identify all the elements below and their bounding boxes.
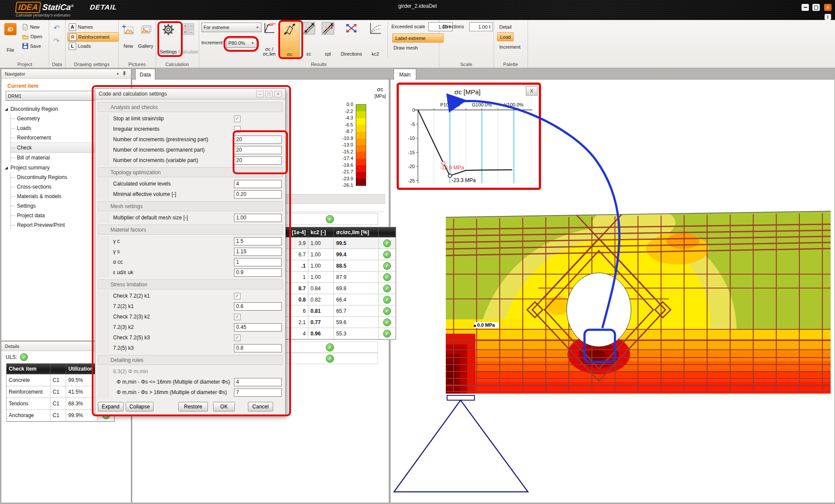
dialog-row: Number of increments (variable part)20 [98,155,283,166]
setting-control: 1 [234,258,283,266]
settings-button[interactable]: Settings [159,22,177,55]
draw-mesh-toggle[interactable]: Draw mesh [394,45,418,50]
legend-tick-value: -15.2 [336,149,353,154]
increment-select[interactable]: P80.0%▼ [226,38,257,48]
palette-increment-button[interactable]: Increment [498,43,522,51]
ok-button[interactable]: OK [213,402,235,411]
info-button[interactable]: i [825,14,831,20]
setting-input[interactable]: 0.20 [234,190,282,199]
collapse-button[interactable]: Collapse [126,402,154,411]
sigma-ratio-button[interactable]: σlim σc /σc,lim [260,21,279,57]
setting-label: Irregular increments [109,126,234,132]
tab-main[interactable]: Main [394,69,416,80]
tab-data[interactable]: Data [135,69,155,80]
save-button[interactable]: Save [21,42,42,50]
new-button[interactable]: New [21,23,41,31]
setting-input[interactable]: 0.9 [234,269,282,277]
cancel-button[interactable]: Cancel [248,402,273,411]
result-cell-ratio: 99.5 [334,238,379,249]
loads-toggle[interactable]: LLoads [67,42,118,50]
checkbox[interactable]: ✓ [234,293,240,299]
details-cell-case: C1 [50,375,66,386]
checkbox[interactable]: ✓ [234,116,240,122]
kc2-button[interactable]: kc2 [366,21,385,57]
setting-input[interactable]: 1.00 [234,214,282,222]
tree-expanded-icon: ◢ [5,166,8,170]
dialog-row: 8.3(2) Φ m,min [98,366,283,377]
calculate-button[interactable]: Calculate [179,22,197,55]
maximize-button[interactable] [812,4,820,11]
undo-button[interactable]: ↶ [52,23,61,32]
setting-input[interactable]: 4 [234,180,282,188]
setting-input[interactable]: 0.45 [234,323,282,332]
ribbon-group-project: ID File New Open Save Project [1,20,49,68]
setting-input[interactable]: 1.5 [234,237,282,245]
setting-input[interactable]: 20 [234,156,282,165]
setting-control: 1.5 [234,237,283,245]
pin-icon[interactable] [122,71,127,76]
sigma-c-icon [283,22,297,36]
row-gutter [98,301,109,312]
expand-button[interactable]: Expand [98,402,124,411]
setting-label: α cc [109,259,234,265]
current-item-select[interactable]: DRM1 [6,91,98,101]
palette-detail-button[interactable]: Detail [498,23,513,31]
palette-load-button[interactable]: Load [497,32,514,41]
details-cell-item: Reinforcement [7,386,50,398]
setting-input[interactable]: 1.15 [234,248,282,256]
setting-input[interactable]: 20 [234,136,282,144]
group-label-calculation: Calculation [156,62,199,67]
chart-close-button[interactable]: X [526,86,538,96]
setting-control: ✓ [234,335,283,341]
restore-button[interactable]: Restore [178,402,208,411]
minimize-button[interactable] [802,4,809,11]
extreme-select[interactable]: For extreme▼ [201,23,261,32]
dialog-row: 7.2(5) k30.8 [98,343,283,353]
picture-new-button[interactable]: New [120,23,137,50]
setting-input[interactable]: 1 [234,258,282,266]
row-gutter [98,387,109,398]
eps-c-button[interactable]: εc [300,21,318,57]
checkbox[interactable]: ✓ [234,335,240,341]
checkbox[interactable] [234,126,240,133]
dialog-close-button[interactable]: × [274,91,282,97]
data-marker [448,174,452,177]
check-pass-icon: ✓ [383,318,391,326]
setting-input[interactable]: 20 [234,146,282,154]
directions-button[interactable]: Directions [338,21,365,57]
file-button[interactable]: ID File [3,22,18,53]
result-cell-status: ✓ [379,294,396,305]
gallery-button[interactable]: Gallery [137,23,154,50]
dialog-minimize-button[interactable]: – [256,91,264,97]
close-button[interactable]: × [824,4,832,11]
dialog-title: Code and calculation settings [99,91,167,97]
redo-button[interactable]: ↷ [52,36,61,45]
setting-input[interactable]: 4 [234,378,282,386]
spinner-icon[interactable]: ▲▼ [488,25,491,29]
navigator-menu-icon[interactable]: ▾ [117,72,119,76]
open-button[interactable]: Open [21,32,43,41]
contour-band [446,351,833,361]
dialog-maximize-button[interactable]: □ [265,91,273,97]
setting-input[interactable]: 0.6 [234,302,282,311]
eps-pl-button[interactable]: ! εpl [319,21,337,57]
checkbox[interactable]: ✓ [234,314,240,320]
dialog-row: Φ m,min - Φs > 16mm (Multiple of diamete… [98,387,283,398]
setting-input[interactable]: 0.8 [234,344,282,352]
group-label-pictures: Pictures [118,62,156,67]
scale-directions-input[interactable]: 1.00 ▲▼ [469,22,493,31]
contour-band [446,361,833,371]
legend-tick-value: -19.6 [336,162,353,168]
setting-input[interactable]: 7 [234,388,282,397]
dialog-title-bar[interactable]: Code and calculation settings – □ × [95,89,285,99]
scale-directions-label: Directions [443,24,464,29]
names-toggle[interactable]: ANames [67,23,118,31]
tree-item-label: Settings [17,203,36,209]
details-cell-item: Anchorage [7,410,50,421]
dialog-section-3: Material factors [98,225,283,235]
sigma-c-button[interactable]: σc [280,21,300,58]
dialog-row: 7.2(3) k20.45 [98,322,283,332]
dialog-row: Irregular increments [98,124,283,134]
label-extreme-toggle[interactable]: Label extreme [392,33,444,43]
reinforcement-toggle[interactable]: RReinforcement [67,32,119,42]
